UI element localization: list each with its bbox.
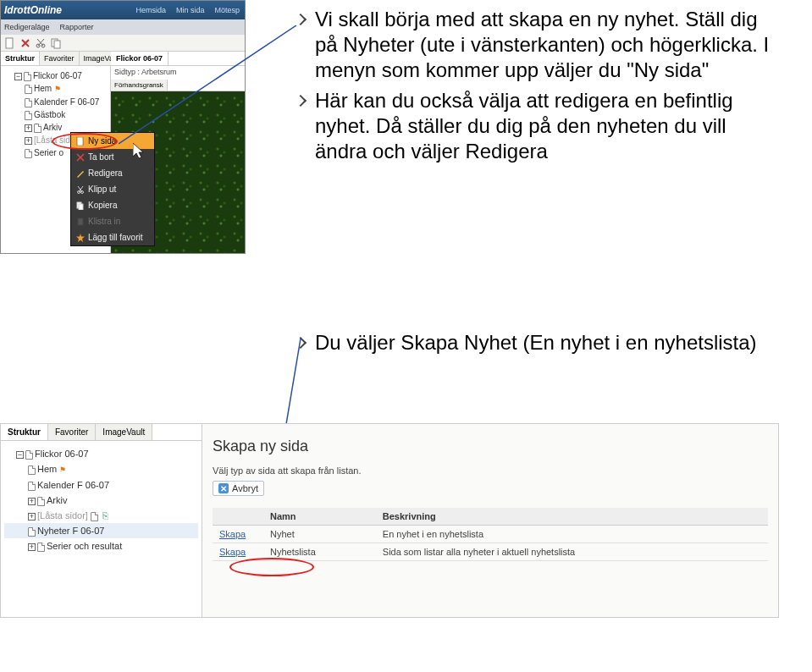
pencil-icon	[76, 169, 85, 178]
toolbar	[1, 35, 245, 52]
new-icon[interactable]	[4, 37, 16, 49]
ctx-favorit[interactable]: Lägg till favorit	[71, 229, 154, 245]
subnav-redigera[interactable]: Redigeraläge	[4, 23, 50, 31]
paste-icon	[76, 218, 85, 226]
tree-hem[interactable]: Hem ⚑	[3, 82, 108, 96]
tab-minsida[interactable]: Min sida	[171, 3, 210, 18]
star-icon	[76, 234, 85, 242]
subnav: Redigeraläge Rapporter	[1, 19, 245, 35]
cursor-icon	[133, 143, 148, 162]
skapa-link-nyhetslista[interactable]: Skapa	[219, 547, 246, 557]
app-header: IdrottOnline Hemsida Min sida Mötesp	[1, 1, 245, 19]
ctx-klistra-in: Klistra in	[71, 213, 154, 229]
x-icon[interactable]	[19, 37, 31, 49]
right-tab-flickor[interactable]: Flickor 06-07	[111, 52, 168, 65]
tree-root[interactable]: −Flickor 06-07	[3, 69, 108, 82]
ctx-klipp-ut[interactable]: Klipp ut	[71, 181, 154, 197]
cancel-icon: ✕	[218, 483, 229, 493]
instruction-block-1: Vi skall börja med att skapa en ny nyhet…	[291, 7, 782, 169]
tree-kalender[interactable]: Kalender F 06-07	[3, 96, 108, 108]
page-type-table: Namn Beskrivning Skapa Nyhet En nyhet i …	[213, 508, 768, 561]
create-desc: Välj typ av sida att skapa från listan.	[213, 465, 768, 476]
preview-tab[interactable]: Förhandsgransk	[111, 80, 168, 91]
left-tab-struktur[interactable]: Struktur	[1, 52, 40, 65]
tree-2: −Flickor 06-07 Hem ⚑ Kalender F 06-07 +A…	[1, 441, 202, 559]
bullet-2: Här kan du också välja att redigera en b…	[291, 88, 782, 164]
highlight-ring-2	[229, 558, 314, 576]
tree2-hem[interactable]: Hem ⚑	[4, 461, 198, 477]
left2-tab-favoriter[interactable]: Favoriter	[48, 424, 96, 440]
table-row: Skapa Nyhet En nyhet i en nyhetslista	[213, 526, 768, 543]
skapa-link-nyhet[interactable]: Skapa	[219, 529, 246, 539]
tree-gastbok[interactable]: Gästbok	[3, 108, 108, 121]
cell-nyhetslista-desc: Sida som listar alla nyheter i aktuell n…	[376, 543, 768, 561]
th-blank	[213, 508, 263, 526]
cancel-button[interactable]: ✕ Avbryt	[213, 481, 264, 496]
highlight-ring	[52, 133, 118, 150]
svg-rect-0	[6, 38, 13, 48]
create-title: Skapa ny sida	[213, 438, 768, 455]
ctx-kopiera[interactable]: Kopiera	[71, 197, 154, 213]
pin-icon: ⚑	[59, 465, 66, 474]
right-panel-2: Skapa ny sida Välj typ av sida att skapa…	[202, 424, 778, 617]
app-logo: IdrottOnline	[4, 4, 62, 16]
cut-icon	[76, 185, 85, 194]
table-row: Skapa Nyhetslista Sida som listar alla n…	[213, 543, 768, 561]
tree2-nyheter[interactable]: Nyheter F 06-07	[4, 523, 198, 538]
tab-motes[interactable]: Mötesp	[209, 3, 245, 18]
svg-rect-4	[54, 41, 60, 48]
svg-rect-10	[78, 218, 83, 225]
screenshot-create-page: Struktur Favoriter ImageVault −Flickor 0…	[0, 423, 779, 618]
copy-icon	[76, 201, 85, 210]
th-beskrivning: Beskrivning	[376, 508, 768, 526]
tree2-kalender[interactable]: Kalender F 06-07	[4, 477, 198, 493]
tree2-root[interactable]: −Flickor 06-07	[4, 446, 198, 461]
left2-tab-imagevault[interactable]: ImageVault	[96, 424, 152, 440]
x-icon	[76, 153, 85, 162]
link-icon: ⎘	[102, 510, 108, 521]
top-tabs: Hemsida Min sida Mötesp	[130, 3, 245, 18]
tree2-serier[interactable]: +Serier och resultat	[4, 538, 198, 554]
screenshot-editor: IdrottOnline Hemsida Min sida Mötesp Red…	[0, 0, 246, 254]
tab-hemsida[interactable]: Hemsida	[130, 3, 171, 18]
cell-nyhet: Nyhet	[263, 526, 376, 543]
cut-icon[interactable]	[35, 37, 47, 49]
left-panel-2: Struktur Favoriter ImageVault −Flickor 0…	[1, 424, 202, 617]
subnav-rapporter[interactable]: Rapporter	[60, 23, 94, 31]
pin-icon: ⚑	[54, 85, 61, 93]
bullet-1: Vi skall börja med att skapa en ny nyhet…	[291, 7, 782, 83]
tree2-arkiv[interactable]: +Arkiv	[4, 493, 198, 508]
sidtyp: Sidtyp : Arbetsrum	[111, 66, 245, 78]
th-namn: Namn	[263, 508, 376, 526]
ctx-redigera[interactable]: Redigera	[71, 165, 154, 181]
svg-rect-9	[79, 204, 83, 210]
cell-nyhet-desc: En nyhet i en nyhetslista	[376, 526, 768, 543]
left2-tab-struktur[interactable]: Struktur	[1, 424, 48, 440]
tree2-lasta[interactable]: +[Låsta sidor] ⎘	[4, 508, 198, 523]
copy-icon[interactable]	[50, 37, 62, 49]
instruction-block-2: Du väljer Skapa Nyhet (En nyhet i en nyh…	[291, 330, 782, 355]
left-tab-favoriter[interactable]: Favoriter	[40, 52, 80, 65]
bullet-3: Du väljer Skapa Nyhet (En nyhet i en nyh…	[291, 330, 782, 355]
